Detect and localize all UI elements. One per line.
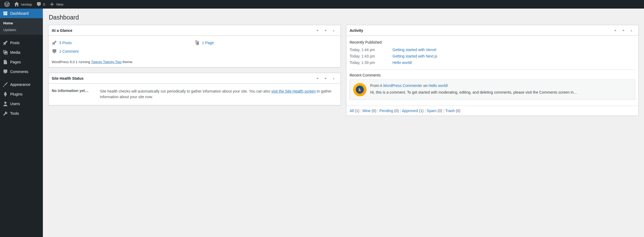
glance-pages-link[interactable]: 1 Page [202,41,214,45]
move-up-button[interactable] [314,75,321,82]
move-down-button[interactable] [322,75,329,82]
sidebar-label: Pages [10,60,21,64]
widget-title: Site Health Status [52,76,84,81]
filter-count: (0) [456,109,460,113]
sidebar-label: Media [10,50,20,55]
post-time: Today, 1:39 pm [350,60,392,65]
pin-icon [52,40,57,45]
wp-version-info: WordPress 6.0.1 running Twenty Twenty-Tw… [52,58,337,64]
post-title-link[interactable]: Getting started with Vercel [392,48,436,52]
sidebar-item-appearance[interactable]: Appearance [0,80,43,89]
move-up-button[interactable] [314,27,321,34]
sidebar-label: Posts [10,41,20,45]
filter-count: (0) [372,109,376,113]
sidebar-label: Comments [10,70,28,74]
filter-count: (0) [394,109,399,113]
filter-count: (0) [437,109,442,113]
sidebar-item-dashboard[interactable]: Dashboard [0,9,43,18]
filter-link-all[interactable]: All (1) [350,109,360,113]
sidebar-item-tools[interactable]: Tools [0,109,43,116]
comments-icon [3,69,8,74]
filter-link-approved[interactable]: Approved (1) [402,109,424,113]
widget-title: Activity [350,28,363,33]
wp-logo-menu[interactable] [2,0,12,9]
sidebar-separator [0,35,43,38]
sidebar-label: Appearance [10,82,31,87]
comment-icon [52,49,57,54]
home-icon [14,2,19,7]
filter-link-spam[interactable]: Spam (0) [427,109,442,113]
media-icon [3,50,8,55]
separator: | [442,109,445,113]
move-down-button[interactable] [322,27,329,34]
glance-comments-link[interactable]: 1 Comment [59,49,78,53]
post-title-link[interactable]: Getting started with Next.js [392,54,437,58]
plug-icon [3,91,8,97]
sidebar-item-users[interactable]: Users [0,99,43,109]
site-name-menu[interactable]: nextwp [12,0,34,9]
health-status-label: No information yet… [52,89,95,93]
user-icon [3,101,8,106]
site-name-label: nextwp [21,2,32,6]
recent-comments-heading: Recent Comments [350,73,635,77]
sidebar-item-pages[interactable]: Pages [0,57,43,67]
filter-link-trash[interactable]: Trash (0) [445,109,460,113]
toggle-widget-button[interactable] [330,27,337,34]
separator: | [376,109,380,113]
post-time: Today, 1:43 pm [350,54,392,58]
filter-link-pending[interactable]: Pending (0) [379,109,399,113]
sidebar-label: Tools [10,111,19,116]
pin-icon [3,40,8,45]
comment-post-link[interactable]: Hello world! [429,83,448,88]
published-post-item: Today, 1:44 pmGetting started with Verce… [350,47,635,53]
comment-item: From A WordPress Commenter on Hello worl… [350,79,635,100]
separator: | [424,109,427,113]
page-title: Dashboard [49,14,639,21]
move-down-button[interactable] [620,27,627,34]
sidebar-item-media[interactable]: Media [0,48,43,57]
sidebar-label: Dashboard [10,11,29,16]
move-up-button[interactable] [612,27,619,34]
sidebar-subitem-home[interactable]: Home [0,20,43,26]
at-a-glance-widget: At a Glance 3 Posts [48,25,341,67]
activity-widget: Activity Recently Published Today, 1:44 … [346,25,639,116]
filter-count: (1) [419,109,424,113]
new-label: New [56,2,63,6]
separator: | [360,109,363,113]
dashboard-icon [3,11,8,16]
widget-title: At a Glance [52,28,72,33]
sidebar-separator [0,77,43,80]
comments-menu[interactable]: 0 [34,0,47,9]
theme-link[interactable]: Twenty Twenty-Two [91,60,122,64]
avatar [353,83,366,96]
sidebar-item-comments[interactable]: Comments [0,67,43,77]
toggle-widget-button[interactable] [330,75,337,82]
wrench-icon [3,111,8,116]
comment-excerpt: Hi, this is a comment. To get started wi… [370,90,577,95]
published-post-item: Today, 1:43 pmGetting started with Next.… [350,53,635,59]
sidebar-item-posts[interactable]: Posts [0,38,43,48]
page-icon [194,40,200,45]
sidebar-label: Plugins [10,92,23,96]
comment-count: 0 [43,2,45,6]
comment-icon [36,2,42,7]
published-post-item: Today, 1:39 pmHello world! [350,59,635,66]
site-health-link[interactable]: visit the Site Health screen [271,89,316,93]
filter-count: (1) [355,109,359,113]
recently-published-heading: Recently Published [350,40,635,44]
sidebar-subitem-updates[interactable]: Updates [0,26,43,33]
toggle-widget-button[interactable] [628,27,635,34]
post-title-link[interactable]: Hello world! [392,60,412,65]
separator: | [399,109,402,113]
wordpress-logo-icon [4,2,10,7]
plus-icon [49,2,55,7]
brush-icon [3,82,8,87]
site-health-widget: Site Health Status No information yet… S… [48,73,341,105]
sidebar-item-plugins[interactable]: Plugins [0,89,43,99]
glance-posts-link[interactable]: 3 Posts [59,41,72,45]
filter-link-mine[interactable]: Mine (0) [362,109,376,113]
admin-toolbar: nextwp 0 New [0,0,644,9]
new-content-menu[interactable]: New [47,0,65,9]
sidebar-label: Users [10,102,20,106]
comment-author-link[interactable]: A WordPress Commenter [380,83,422,88]
